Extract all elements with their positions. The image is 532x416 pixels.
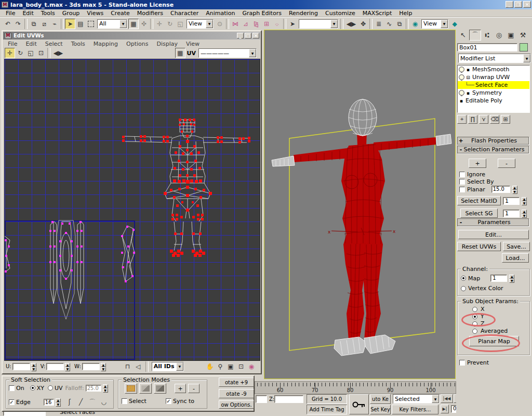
zoom-region-icon[interactable]: ▣ <box>225 361 236 372</box>
ignore-checkbox[interactable] <box>459 172 465 177</box>
menu-edit[interactable]: Edit <box>19 10 37 17</box>
filter-selected-faces-icon[interactable]: ◁ <box>133 361 143 372</box>
u-spinner[interactable]: ▲▼ <box>31 363 36 370</box>
uvw-menu-select[interactable]: Select <box>41 41 67 47</box>
map-channel-field[interactable]: 1 <box>490 275 507 282</box>
quick-render-icon[interactable]: ◆ <box>449 19 460 29</box>
sync-to-viewport-checkbox[interactable]: ✓ <box>166 398 171 404</box>
select-and-manipulate-icon[interactable]: ✜ <box>139 19 149 29</box>
y-coord-field[interactable] <box>256 395 267 403</box>
menu-animation[interactable]: Animation <box>202 10 238 17</box>
soft-selection-on-checkbox[interactable] <box>9 385 15 391</box>
modifier-stack[interactable]: ▪MeshSmooth⊟Unwrap UVW└──Select Face▪Sym… <box>457 65 530 113</box>
uvw-menu-edit[interactable]: Edit <box>21 41 41 47</box>
falloff-field[interactable]: 25.0 <box>86 385 101 392</box>
stack-item-unwrap-uvw[interactable]: ⊟Unwrap UVW <box>458 73 529 81</box>
zoom-icon[interactable]: ⚲ <box>215 361 225 372</box>
title-bar[interactable]: M lara_body_t.max - 3ds max 5 - Stand-al… <box>0 0 532 9</box>
u-input[interactable] <box>12 363 30 370</box>
sg-spinner[interactable]: ▲▼ <box>522 210 527 217</box>
select-matid-button[interactable]: Select MatID <box>457 196 501 205</box>
falloff-fast-curve-button[interactable]: ⌒ <box>87 397 98 407</box>
add-time-tag[interactable]: Add Time Tag <box>307 405 347 414</box>
grow-selection-button[interactable]: + <box>469 159 486 168</box>
region-select-icon[interactable] <box>88 21 94 27</box>
zoom-to-selection-icon[interactable]: ◉ <box>246 361 257 372</box>
tab-hierarchy[interactable]: ⑆ <box>481 30 493 41</box>
normal-align-icon[interactable]: ⌔ <box>272 19 282 29</box>
move-icon[interactable]: ✛ <box>154 19 165 29</box>
pin-stack-button[interactable]: ⌖ <box>457 115 467 124</box>
sg-field[interactable]: 1 <box>503 210 520 217</box>
menu-create[interactable]: Create <box>107 10 134 17</box>
uv-radio[interactable] <box>48 385 53 391</box>
falloff-smooth-curve-button[interactable]: ʃ <box>64 397 75 407</box>
falloff-spinner[interactable]: ▲▼ <box>103 384 108 392</box>
falloff-slow-curve-button[interactable]: ◡ <box>99 397 109 407</box>
set-key-button[interactable]: Set Key <box>370 405 391 414</box>
edge-selection-mode-button[interactable] <box>139 383 152 394</box>
save-uvws-button[interactable]: Save... <box>503 242 530 251</box>
material-id-dropdown[interactable]: All IDs▼ <box>152 362 184 371</box>
edit-uvws-button[interactable]: Edit... <box>458 230 529 239</box>
face-selection-mode-button[interactable] <box>154 383 166 394</box>
menu-modifiers[interactable]: Modifiers <box>134 10 167 17</box>
uv-scale-icon[interactable]: ◱ <box>25 48 36 58</box>
make-unique-button[interactable]: ⋎ <box>479 115 488 124</box>
reference-coordinate-dropdown[interactable]: View▼ <box>187 19 214 29</box>
edit-uvws-title-bar[interactable]: M Edit UVWs _ □ ✕ <box>3 32 260 40</box>
rotate-plus-90-button[interactable]: otate +9 <box>219 378 254 387</box>
render-type-dropdown[interactable]: View▼ <box>421 19 448 29</box>
set-key-mode-button[interactable] <box>349 394 369 414</box>
visibility-bulb-icon[interactable] <box>459 90 464 96</box>
array-icon[interactable]: ⊿ <box>241 19 251 29</box>
stack-item-symmetry[interactable]: ▪Symmetry <box>458 89 529 97</box>
expand-selection-button[interactable]: + <box>175 384 186 393</box>
menu-help[interactable]: Help <box>395 10 416 17</box>
use-center-icon[interactable]: ⊙ <box>215 19 225 29</box>
show-end-result-button[interactable]: ∏ <box>468 115 477 124</box>
stack-item-meshsmooth[interactable]: ▪MeshSmooth <box>458 66 529 73</box>
restore-button[interactable]: ❐ <box>514 1 522 8</box>
auto-key-button[interactable]: uto Ke <box>370 394 391 404</box>
visibility-bulb-icon[interactable] <box>459 67 464 72</box>
texture-list-dropdown[interactable]: —————▼ <box>198 48 257 58</box>
reset-uvws-button[interactable]: Reset UVWs <box>457 242 501 251</box>
edge-spinner[interactable]: ▲▼ <box>56 398 61 406</box>
minimize-button[interactable]: _ <box>506 1 513 8</box>
menu-file[interactable]: File <box>2 10 19 17</box>
menu-group[interactable]: Group <box>59 10 84 17</box>
uv-mirror-icon[interactable]: ◀▶ <box>51 48 65 58</box>
scale-icon[interactable]: ◱ <box>175 19 185 29</box>
align-z-radio[interactable] <box>472 321 477 327</box>
select-object-icon[interactable]: ➤ <box>65 19 75 29</box>
selection-filter-dropdown[interactable]: All▼ <box>97 19 127 29</box>
map-channel-spinner[interactable]: ▲▼ <box>509 275 514 282</box>
curve-editor-icon[interactable]: ∿ <box>384 19 394 29</box>
select-by-checkbox[interactable] <box>459 179 465 185</box>
object-name-field[interactable]: Box01 <box>457 43 517 51</box>
uvw-menu-tools[interactable]: Tools <box>67 41 89 47</box>
undo-icon[interactable]: ↶ <box>3 19 13 29</box>
material-editor-icon[interactable]: ◉ <box>410 19 420 29</box>
keyboard-shortcut-override-icon[interactable]: ➤ <box>287 19 298 29</box>
remove-modifier-button[interactable]: ⌫ <box>490 115 499 124</box>
mirror-icon[interactable]: ⋈ <box>230 19 241 29</box>
edge-distance-field[interactable]: 16 <box>44 399 54 406</box>
uvw-minimize-button[interactable]: _ <box>237 33 244 38</box>
xy-radio[interactable] <box>30 385 35 391</box>
show-map-checker-icon[interactable]: ▦ <box>175 48 185 58</box>
window-crossing-icon[interactable]: ▦ <box>128 19 139 29</box>
select-and-link-icon[interactable]: ⧉ <box>29 19 39 29</box>
mirror-tool-icon[interactable]: ◀▶ <box>344 19 358 29</box>
w-input[interactable] <box>82 363 100 370</box>
tab-create[interactable]: ↖ <box>457 30 469 41</box>
matid-field[interactable]: 1 <box>503 197 520 205</box>
edge-checkbox[interactable]: ✓ <box>9 399 15 405</box>
stack-item-editable-poly[interactable]: ▪Editable Poly <box>458 97 529 105</box>
collapse-icon[interactable]: ⊟ <box>466 75 471 80</box>
menu-views[interactable]: Views <box>83 10 107 17</box>
menu-customize[interactable]: Customize <box>322 10 359 17</box>
v-spinner[interactable]: ▲▼ <box>65 363 70 370</box>
prevent-checkbox[interactable] <box>459 360 465 366</box>
